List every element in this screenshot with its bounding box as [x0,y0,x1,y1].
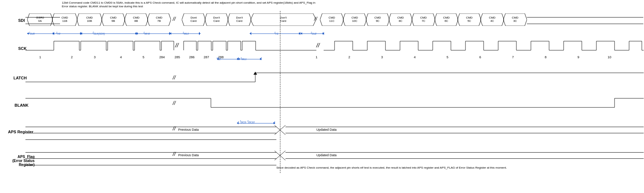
clk-r5: 5 [447,55,448,59]
sdi-cmd8b: CMD 8B [124,13,148,26]
twl1-label: tWL1 [241,56,247,60]
sdi-cmd11c: CMD 11C [320,13,344,26]
top-note: 12bit Command code CMD11 to CMD0 is 53Ah… [62,1,316,9]
tick-6 [251,32,251,35]
tick-tdcs-l [238,121,239,124]
th1-line [251,34,300,34]
sdi-gsr0: GSR0 0A [27,13,53,26]
timing-diagram: 12bit Command code CMD11 to CMD0 is 53Ah… [0,0,644,193]
clk-r10: 10 [608,55,611,59]
tdcs-label: tDCS, tDC10 [240,119,255,123]
clk-r4: 4 [414,55,416,59]
aps-top-left [25,127,276,127]
aps-previous-data: Previous Data [178,128,199,131]
sdi-cmd9c: CMD 9C [366,13,389,26]
twh0-line [137,34,170,34]
sdi-cmd3c: CMD 3C [503,13,527,26]
apsflag-bottom-left [25,158,276,159]
aps-register-label: APS Register [8,130,33,134]
sdi-cmd5c: CMD 5C [457,13,481,26]
sdi-cmd11b: CMD 11B [52,13,77,26]
tick-3 [136,32,137,35]
clk-r6: 6 [479,55,481,59]
fclk-line [82,34,136,34]
tick-twl1-r [261,57,261,60]
clk-1: 1 [39,55,41,59]
tick-2 [81,32,81,35]
tick-th2-l [218,57,219,60]
th2-line [218,59,238,59]
sdi-cmd7c: CMD 7C [412,13,435,26]
break-sdi-1: // [173,16,176,22]
tick-5 [199,32,200,35]
bottom-note: Since decoded as APS Check command, the … [276,166,531,170]
tsu2-arrow-left [300,32,302,35]
sdi-trail-top [527,17,643,17]
sdi-dontcare4: Don'tCare [251,13,316,26]
sdi-cmd10c: CMD 10C [343,13,367,26]
tick-tdcs-r [275,121,275,124]
svg-text://: // [175,42,179,48]
clk-r9: 9 [577,55,579,59]
clk-5: 5 [143,55,144,59]
apsflag-previous-data: Previous Data [178,153,199,157]
aps-bottom-right [285,133,644,133]
tick-7 [300,32,300,35]
latch-arrow [253,72,257,75]
tsu2-line [302,34,324,34]
sdi-dontcare3: Don'tCare [228,13,251,26]
clk-286: 286 [189,55,195,59]
apsflag-top-right [285,152,644,153]
th0-label: tH0 [56,31,60,35]
sdi-cmd7b: CMD 7B [147,13,171,26]
twl1-line [239,59,261,59]
tdcs-line [238,123,275,123]
clk-3: 3 [94,55,96,59]
twl0-label: tWL0 [183,31,189,35]
sdi-dontcare1: DontCare [182,13,205,26]
clk-r2: 2 [348,55,350,59]
th0-line [54,34,81,34]
sdi-trail-bottom [527,24,643,24]
tick-th2-r [238,57,239,60]
apsflag-updated-data: Updated Data [316,153,337,157]
clk-287: 287 [204,55,209,59]
tick-4 [169,32,170,35]
clk-284: 284 [159,55,165,59]
th1-label: tH1 [275,31,279,35]
apsflag-break-line [25,165,276,165]
aps-break-line [25,139,276,140]
tick-8 [324,32,324,35]
break-sdi-2: // [314,16,317,22]
apsflag-bottom-right [285,158,644,159]
fclk-label: fCLK(SCK) [93,31,105,35]
tsu0-arrow-left [27,32,29,35]
sdi-cmd8c: CMD 8C [389,13,412,26]
tick-1 [54,32,54,35]
clk-r8: 8 [545,55,547,59]
latch-label: LATCH [13,76,27,80]
sdi-dontcare2: Don'tCare [205,13,228,26]
sdi-cmd9b: CMD 9B [101,13,125,26]
clk-2: 2 [71,55,73,59]
sdi-cmd10b: CMD 10B [77,13,102,26]
dashed-line-main [280,11,280,173]
tsu2-label: tSU2 [311,31,316,35]
aps-bottom-left [25,133,276,133]
twh0-label: tWH0 [144,31,150,35]
aps-top-right [285,127,644,127]
tsu0-line [28,34,54,34]
blank-waveform [25,96,644,111]
apsflag-top-left [25,152,276,153]
tsu0-label: tSU0 [29,31,35,35]
clk-285: 285 [175,55,180,59]
clk-r3: 3 [381,55,383,59]
sdi-cmd6c: CMD 6C [435,13,458,26]
twl0-line [171,34,200,34]
aps-updated-data: Updated Data [316,128,337,131]
latch-waveform [25,71,644,86]
sdi-label: SDI [18,18,25,23]
sdi-cmd4c: CMD 4C [480,13,504,26]
sck-waveform: // // [25,36,644,54]
clk-r7: 7 [512,55,514,59]
